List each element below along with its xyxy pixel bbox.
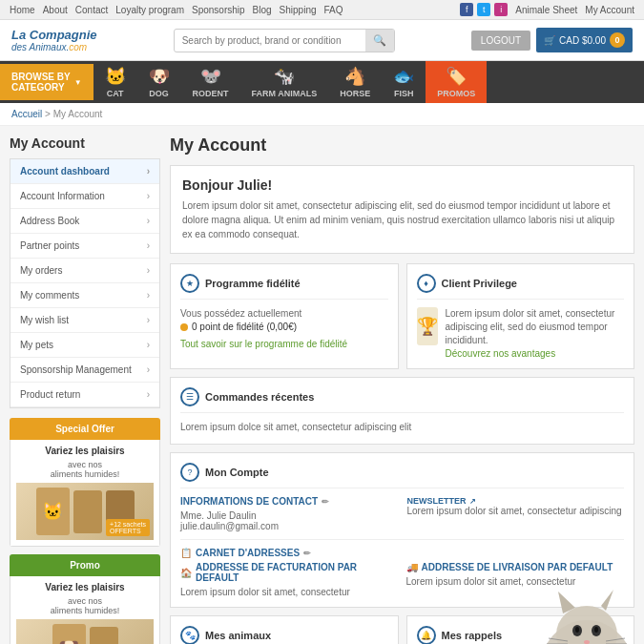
nav-fish-label: FISH [394,89,414,98]
edit-icon[interactable]: ✏ [322,497,329,507]
browse-button[interactable]: BROWSE BY CATEGORY ▼ [0,64,93,100]
chevron-down-icon: ▼ [74,78,82,87]
logo[interactable]: La Compagnie des Animaux.com [11,28,97,52]
fidelite-body: Vous possédez actuellement 0 point de fi… [180,307,388,351]
dog-icon: 🐶 [149,66,170,87]
nav-shipping[interactable]: Shipping [280,5,317,15]
commandes-body: Lorem ipsum dolce sit amet, consectetur … [180,421,624,434]
privilege-icon: ♦ [417,274,436,293]
promo-box-2: Promo Variez les plaisirs avec nos alime… [10,554,160,644]
privilege-card: ♦ Client Privilege 🏆 Lorem ipsum dolor s… [406,263,635,369]
nav-rodent-label: RODENT [193,89,229,98]
promo2-subtext2: aliments humides! [16,606,154,615]
horse-icon: 🐴 [344,66,365,87]
sidebar-title: My Account [10,135,160,151]
sidebar-item-sponsorship[interactable]: Sponsorship Management › [10,358,159,383]
sidebar-item-points[interactable]: Partner points › [10,234,159,259]
privilege-body: 🏆 Lorem ipsum dolor sit amet, consectetu… [417,307,625,359]
twitter-icon[interactable]: t [477,3,490,16]
privilege-link[interactable]: Découvrez nos avantages [446,348,556,359]
cat-icon: 🐱 [105,66,126,87]
top-bar-right: f t i Animale Sheet My Account [460,3,634,16]
carnet-edit-icon[interactable]: ✏ [303,549,311,558]
nav-promos-label: PROMOS [437,89,475,98]
promo-icon: 🏷️ [446,66,467,87]
nav-blog[interactable]: Blog [253,5,272,15]
fidelite-link[interactable]: Tout savoir sur le programme de fidélité [180,339,347,349]
sidebar-item-address[interactable]: Address Book › [10,209,159,234]
nav-cat[interactable]: 🐱 CAT [93,61,137,103]
promo2-body: Variez les plaisirs avec nos aliments hu… [10,576,160,644]
mon-compte-title: Mon Compte [205,467,269,478]
header: La Compagnie des Animaux.com 🔍 LOGOUT 🛒 … [0,20,644,61]
logo-line2: des Animaux.com [11,42,97,52]
sidebar-address-label: Address Book [20,216,79,226]
nav-promos[interactable]: 🏷️ PROMOS [426,61,487,103]
browse-label: BROWSE BY [11,72,71,82]
breadcrumb-home[interactable]: Accueil [11,109,42,119]
sidebar-pets-label: My pets [20,340,53,350]
nav-sponsorship[interactable]: Sponsorship [192,5,245,15]
top-bar: Home About Contact Loyalty program Spons… [0,0,644,20]
sidebar-orders-label: My orders [20,265,62,276]
promo2-header: Promo [10,554,160,576]
welcome-title: Bonjour Julie! [182,177,622,193]
logout-button[interactable]: LOGOUT [471,31,530,51]
bottom-row: 🐾 Mes animaux Gerer mes animaux 🔔 Mes ra… [170,615,634,644]
privilege-title: Client Privilege [442,278,517,289]
search-button[interactable]: 🔍 [365,30,394,52]
fidelite-header: ★ Programme fidélité [180,274,388,300]
points-dot [180,323,188,331]
welcome-text: Lorem ipsum dolor sit amet, consectetur … [182,198,622,241]
sidebar-item-info[interactable]: Account Information › [10,184,159,209]
nav-dog-label: DOG [149,89,169,98]
mon-compte-card: ? Mon Compte INFORMATIONS DE CONTACT ✏ M… [170,452,634,608]
nav-loyalty[interactable]: Loyalty program [115,5,184,15]
sidebar-item-pets[interactable]: My pets › [10,333,159,358]
nav-fish[interactable]: 🐟 FISH [382,61,426,103]
sidebar-item-dashboard[interactable]: Account dashboard › [10,159,159,184]
nav-about[interactable]: About [43,5,68,15]
cart-button[interactable]: 🛒 CAD $0.00 0 [536,28,633,52]
nav-contact[interactable]: Contact [75,5,108,15]
breadcrumb-separator: > [45,109,53,119]
sidebar-item-comments[interactable]: My comments › [10,283,159,308]
privilege-image: 🏆 [417,307,438,345]
info-name: Mme. Julie Daulin [180,510,398,521]
instagram-icon[interactable]: i [494,3,508,16]
social-icons: f t i [460,3,508,16]
promo1-header: Special Offer [10,418,160,440]
search-input[interactable] [175,31,365,51]
external-icon: ↗ [469,497,476,506]
facebook-icon[interactable]: f [460,3,473,16]
main-layout: My Account Account dashboard › Account I… [0,126,644,644]
sidebar-wishlist-label: My wish list [20,315,69,325]
nav-rodent[interactable]: 🐭 RODENT [181,61,240,103]
animal-sheet-link[interactable]: Animale Sheet [515,5,577,15]
sidebar-item-orders[interactable]: My orders › [10,259,159,283]
cart-label: CAD $0.00 [559,35,606,46]
sidebar-item-wishlist[interactable]: My wish list › [10,308,159,333]
chevron-right-icon: › [147,216,150,226]
promo2-image: 🐶 +1 boite 12gOFFERTE [16,619,154,644]
cart-icon: 🛒 [544,35,555,46]
my-account-link[interactable]: My Account [585,5,634,15]
nav-home[interactable]: Home [10,5,35,15]
carnet-icon: 📋 [180,548,192,558]
nav-faq[interactable]: FAQ [324,5,343,15]
nav-dog[interactable]: 🐶 DOG [137,61,181,103]
nav-horse[interactable]: 🐴 HORSE [328,61,382,103]
newsletter-text: Lorem ipsum dolor sit amet, consectetur … [407,506,625,516]
nav-farm[interactable]: 🐄 FARM ANIMALS [240,61,329,103]
truck-icon: 🚚 [406,562,418,572]
divider [180,539,624,540]
info-label: INFORMATIONS DE CONTACT ✏ [180,496,398,507]
welcome-box: Bonjour Julie! Lorem ipsum dolor sit ame… [170,165,634,254]
promo1-subtext2: aliments humides! [16,469,154,479]
points-row: 0 point de fidélité (0,00€) [180,321,388,334]
sidebar-item-return[interactable]: Product return › [10,383,159,407]
fidelite-body-text: Vous possédez actuellement [180,307,388,321]
rappels-icon: 🔔 [417,626,436,644]
promo1-subtext: avec nos [16,460,154,469]
rappels-title: Mes rappels [442,630,503,641]
